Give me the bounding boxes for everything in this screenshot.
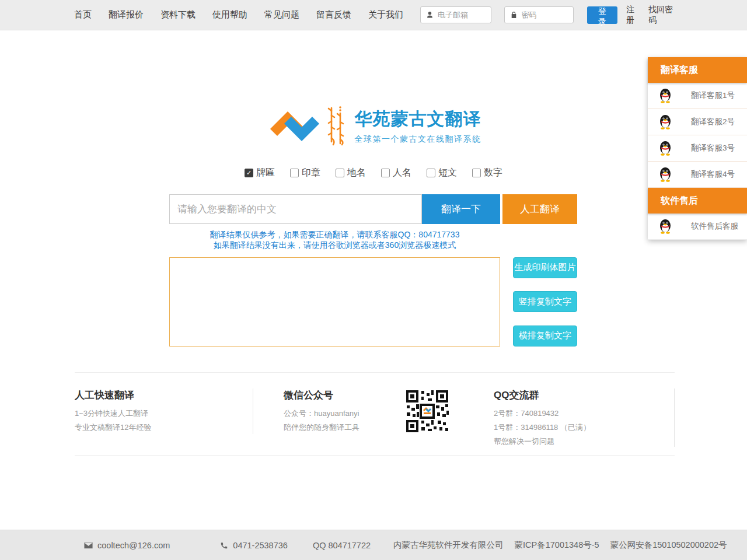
password-field[interactable] — [522, 10, 568, 19]
person-icon — [426, 11, 434, 19]
icp-record: 蒙ICP备17001348号-5 — [515, 540, 599, 551]
password-field-wrap — [504, 6, 574, 23]
category-checkbox-seal[interactable]: 印章 — [290, 167, 320, 179]
sidebar-item-label: 翻译客服3号 — [691, 143, 735, 153]
footer-col1-line2: 专业文稿翻译12年经验 — [75, 422, 253, 433]
nav-item-downloads[interactable]: 资料下载 — [160, 9, 196, 20]
nav-item-feedback[interactable]: 留言反馈 — [316, 9, 351, 20]
category-label: 短文 — [438, 167, 457, 179]
manual-translate-button[interactable]: 人工翻译 — [502, 194, 577, 224]
footer-col1-line1: 1~3分钟快速人工翻译 — [75, 408, 253, 419]
email-field[interactable] — [438, 10, 486, 19]
sidebar-item-service-1[interactable]: 翻译客服1号 — [648, 83, 747, 109]
qq-penguin-icon — [659, 167, 672, 182]
footer-col1-title: 人工快速翻译 — [75, 388, 253, 402]
sidebar-item-label: 翻译客服4号 — [691, 169, 735, 180]
sidebar-item-service-4[interactable]: 翻译客服4号 — [648, 162, 747, 188]
category-checkbox-shorttext[interactable]: 短文 — [427, 167, 457, 179]
mongolian-script-icon — [326, 106, 347, 146]
police-record: 蒙公网安备15010502000202号 — [610, 540, 727, 551]
checkbox-icon[interactable] — [290, 169, 299, 177]
footer-col-qq-groups: QQ交流群 2号群：740819432 1号群：314986118 （已满） 帮… — [494, 388, 675, 447]
checkbox-icon[interactable] — [427, 169, 435, 177]
copy-vertical-text-button[interactable]: 竖排复制文字 — [513, 291, 577, 312]
login-button[interactable]: 登录 — [587, 6, 618, 24]
footer-divider — [75, 456, 675, 456]
footer-col3-line1: 2号群：740819432 — [494, 408, 669, 419]
checkbox-icon[interactable] — [336, 169, 344, 177]
footer-col-manual-translate: 人工快速翻译 1~3分钟快速人工翻译 专业文稿翻译12年经验 — [75, 388, 253, 433]
result-output-box[interactable] — [169, 257, 500, 346]
category-label: 人名 — [393, 167, 411, 179]
sidebar-item-after-sales[interactable]: 软件售后客服 — [648, 214, 747, 240]
footer: 人工快速翻译 1~3分钟快速人工翻译 专业文稿翻译12年经验 微信公众号 公众号… — [75, 372, 675, 447]
qq-penguin-icon — [659, 219, 672, 234]
checkbox-checked-icon[interactable] — [245, 169, 253, 177]
category-checkbox-personname[interactable]: 人名 — [381, 167, 411, 179]
footer-col2-title: 微信公众号 — [284, 388, 404, 402]
translate-row: 翻译一下 人工翻译 — [75, 194, 672, 224]
footer-col-wechat: 微信公众号 公众号：huayuanfanyi 陪伴您的随身翻译工具 — [253, 388, 450, 434]
generate-print-image-button[interactable]: 生成印刷体图片 — [513, 257, 577, 278]
nav-item-pricing[interactable]: 翻译报价 — [109, 9, 144, 20]
footer-col2-line2: 陪伴您的随身翻译工具 — [284, 422, 404, 433]
category-label: 牌匾 — [256, 167, 275, 179]
copy-horizontal-text-button[interactable]: 横排复制文字 — [513, 326, 577, 346]
contact-qq: QQ 804717722 — [313, 541, 371, 550]
qq-penguin-icon — [659, 114, 672, 130]
footer-col2-line1: 公众号：huayuanfanyi — [284, 408, 404, 419]
category-label: 数字 — [484, 167, 502, 179]
checkbox-icon[interactable] — [381, 169, 390, 177]
sidebar-header-translate-service: 翻译客服 — [648, 57, 747, 83]
bottom-info-bar: cooltech@126.com 0471-2538736 QQ 8047177… — [0, 530, 747, 560]
nav-item-about[interactable]: 关于我们 — [368, 9, 403, 20]
category-label: 地名 — [347, 167, 366, 179]
sidebar-item-service-2[interactable]: 翻译客服2号 — [648, 109, 747, 135]
category-checkbox-numbers[interactable]: 数字 — [472, 167, 502, 179]
site-subtitle: 全球第一个蒙古文在线翻译系统 — [355, 134, 481, 145]
footer-col3-line2: 1号群：314986118 （已满） — [494, 422, 669, 433]
sidebar-item-label: 翻译客服2号 — [691, 117, 735, 127]
notice-line-2: 如果翻译结果没有出来，请使用谷歌浏览器或者360浏览器极速模式 — [169, 240, 500, 250]
notice-text: 翻译结果仅供参考，如果需要正确翻译，请联系客服QQ：804717733 如果翻译… — [169, 229, 500, 251]
qq-penguin-icon — [659, 141, 672, 156]
site-title: 华苑蒙古文翻译 — [355, 107, 481, 131]
logo-mark-icon — [266, 106, 320, 146]
logo: 华苑蒙古文翻译 全球第一个蒙古文在线翻译系统 — [0, 105, 747, 147]
footer-col3-line3: 帮您解决一切问题 — [494, 436, 669, 447]
notice-line-1: 翻译结果仅供参考，如果需要正确翻译，请联系客服QQ：804717733 — [169, 229, 500, 240]
envelope-icon — [84, 542, 93, 549]
translate-input[interactable] — [169, 194, 422, 224]
auth-area: 登录 注册 找回密码 — [420, 5, 675, 26]
qq-service-panel: 翻译客服 翻译客服1号 翻译客服2号 — [648, 57, 747, 240]
email-field-wrap — [420, 6, 491, 23]
contact-phone: 0471-2538736 — [220, 541, 288, 550]
checkbox-icon[interactable] — [472, 169, 481, 177]
company-name: 内蒙古华苑软件开发有限公司 — [393, 540, 504, 551]
footer-col3-title: QQ交流群 — [494, 388, 669, 402]
nav-item-faq[interactable]: 常见问题 — [264, 9, 299, 20]
sidebar-item-label: 翻译客服1号 — [691, 90, 735, 101]
result-actions: 生成印刷体图片 竖排复制文字 横排复制文字 — [513, 257, 577, 346]
top-nav-bar: 首页 翻译报价 资料下载 使用帮助 常见问题 留言反馈 关于我们 登录 注册 找… — [0, 0, 747, 30]
sidebar-item-service-3[interactable]: 翻译客服3号 — [648, 135, 747, 162]
category-checkbox-placename[interactable]: 地名 — [336, 167, 366, 179]
lock-icon — [510, 11, 518, 19]
register-link[interactable]: 注册 — [626, 5, 640, 26]
category-row: 牌匾 印章 地名 人名 短文 数字 — [0, 167, 747, 179]
qq-penguin-icon — [659, 88, 672, 103]
translate-button[interactable]: 翻译一下 — [422, 194, 500, 224]
result-row: 生成印刷体图片 竖排复制文字 横排复制文字 — [75, 257, 672, 346]
company-info: 内蒙古华苑软件开发有限公司 蒙ICP备17001348号-5 蒙公网安备1501… — [393, 540, 738, 551]
wechat-qr-code — [404, 388, 450, 434]
sidebar-item-label: 软件售后客服 — [691, 221, 738, 232]
nav-item-help[interactable]: 使用帮助 — [212, 9, 247, 20]
category-checkbox-plaque[interactable]: 牌匾 — [245, 167, 275, 179]
forgot-password-link[interactable]: 找回密码 — [648, 5, 675, 26]
contact-email: cooltech@126.com — [84, 541, 170, 550]
phone-icon — [220, 541, 228, 550]
nav-item-home[interactable]: 首页 — [74, 9, 92, 20]
category-label: 印章 — [302, 167, 320, 179]
sidebar-header-after-sales: 软件售后 — [648, 188, 747, 214]
